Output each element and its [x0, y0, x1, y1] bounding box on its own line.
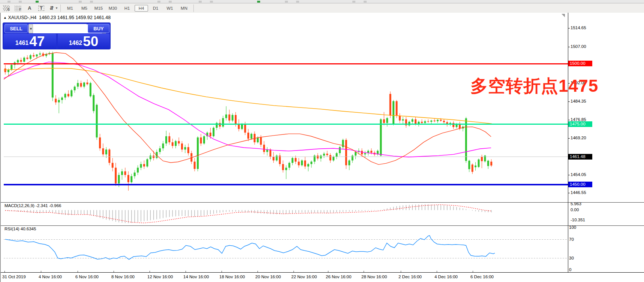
candlestick — [140, 164, 142, 168]
timeframe-h4[interactable]: H4 — [135, 5, 148, 12]
candlestick — [124, 171, 126, 175]
candlestick — [232, 115, 234, 121]
time-tick-mark — [114, 271, 114, 272]
toolbar-fragment-green — [257, 1, 260, 3]
candlestick — [225, 115, 227, 118]
buy-button[interactable]: BUY — [88, 24, 109, 33]
buy-quote[interactable]: 1462 50 — [58, 34, 109, 49]
price-tag: 1461.48 — [568, 154, 592, 160]
price-tick-label: 1446.55 — [571, 190, 586, 195]
sell-quote[interactable]: 1461 47 — [4, 34, 56, 49]
rsi-indicator-label: RSI(14) 40.6345 — [4, 227, 36, 231]
arrow-style-button[interactable]: ⇵▾ — [48, 4, 58, 12]
toolbar-fragment — [285, 1, 288, 3]
candlestick — [36, 54, 38, 56]
candlestick — [86, 82, 88, 84]
candlestick — [235, 115, 237, 124]
candlestick — [424, 121, 426, 123]
time-label: 26 Nov 16:00 — [326, 275, 351, 279]
timeframe-m1[interactable]: M1 — [63, 5, 77, 12]
candlestick — [288, 163, 290, 168]
timeframe-d1[interactable]: D1 — [149, 5, 162, 12]
candlestick — [184, 147, 186, 149]
candlestick — [352, 155, 353, 160]
chevron-down-icon: ▾ — [56, 6, 57, 10]
toolbar-fragment — [352, 1, 355, 3]
panel-separator[interactable] — [1, 225, 644, 226]
candlestick — [61, 97, 63, 100]
timeframe-m15[interactable]: M15 — [92, 5, 105, 12]
axis-tick-mark — [568, 138, 570, 139]
panel-separator[interactable] — [1, 202, 644, 203]
candlestick — [434, 121, 436, 121]
candlestick — [58, 100, 60, 102]
candlestick — [273, 157, 274, 161]
candlestick — [427, 121, 429, 122]
time-tick-mark — [328, 271, 328, 272]
time-tick-mark — [222, 271, 222, 272]
candlestick — [181, 143, 183, 149]
candlestick — [418, 122, 420, 124]
timeframe-mn[interactable]: MN — [177, 5, 191, 12]
toolbar-fragment — [169, 1, 172, 3]
time-label: 31 Oct 2019 — [2, 275, 26, 279]
macd-indicator-label: MACD(12,26,9) -2.341 -0.966 — [4, 203, 61, 208]
candlestick — [314, 155, 316, 161]
candlestick — [134, 173, 136, 176]
price-tick-label: 1484.35 — [571, 99, 586, 103]
volume-stepper: ▼ ▲ — [28, 24, 87, 33]
time-tick-mark — [258, 271, 258, 272]
indicator-hatch-icon: E — [3, 5, 10, 11]
indicator-hatch-button[interactable]: E — [1, 4, 12, 12]
candlestick — [383, 119, 385, 123]
candlestick — [146, 159, 148, 166]
candlestick — [481, 157, 483, 161]
candlestick — [408, 122, 410, 125]
sell-button[interactable]: SELL — [4, 24, 28, 33]
candlestick — [276, 155, 278, 160]
time-label: 4 Nov 16:00 — [39, 275, 62, 279]
price-tag: 1450.00 — [568, 182, 592, 187]
toolbar-fragment — [79, 1, 82, 3]
candlestick — [472, 164, 473, 172]
candlestick — [342, 140, 344, 147]
timeframe-w1[interactable]: W1 — [163, 5, 177, 12]
candlestick — [165, 136, 167, 143]
rsi-tick-label: 0 — [569, 267, 571, 272]
time-label: 28 Nov 16:00 — [361, 275, 387, 279]
time-tick-mark — [41, 271, 41, 272]
timeframe-h1[interactable]: H1 — [120, 5, 134, 12]
candlestick — [310, 162, 312, 164]
rsi-tick-label: 100 — [569, 225, 576, 230]
textbox-button[interactable]: T — [36, 4, 46, 12]
candlestick — [210, 133, 211, 136]
candlestick — [317, 155, 319, 158]
candlestick — [96, 105, 98, 137]
time-tick-mark — [150, 271, 150, 272]
candlestick — [52, 53, 54, 97]
candlestick — [187, 147, 189, 153]
toolbar-separator — [60, 4, 61, 12]
candlestick — [99, 137, 101, 148]
panel-separator — [1, 272, 644, 273]
timeframe-m30[interactable]: M30 — [106, 5, 120, 12]
candlestick — [26, 58, 28, 59]
one-click-trading-panel: SELL ▼ ▲ BUY 1461 47 1462 50 — [3, 23, 110, 49]
candlestick — [70, 90, 72, 96]
axis-tick-mark — [568, 101, 570, 102]
sell-price-big: 47 — [29, 35, 45, 48]
candlestick — [143, 164, 145, 166]
toolbar-fragment-green — [36, 1, 39, 3]
volume-decrease-button[interactable]: ▼ — [29, 24, 33, 33]
text-label-button[interactable]: A — [24, 4, 35, 12]
candlestick — [437, 120, 439, 121]
candlestick — [459, 124, 461, 129]
candlestick — [263, 145, 265, 152]
time-label: 20 Nov 16:00 — [255, 275, 281, 279]
timeframe-m5[interactable]: M5 — [78, 5, 91, 12]
grid-button[interactable]: F — [13, 4, 23, 12]
macd-plot[interactable] — [4, 203, 568, 225]
collapse-triangle-icon[interactable]: ▲ — [3, 16, 7, 19]
rsi-plot[interactable] — [4, 226, 568, 272]
candlestick — [219, 123, 221, 127]
